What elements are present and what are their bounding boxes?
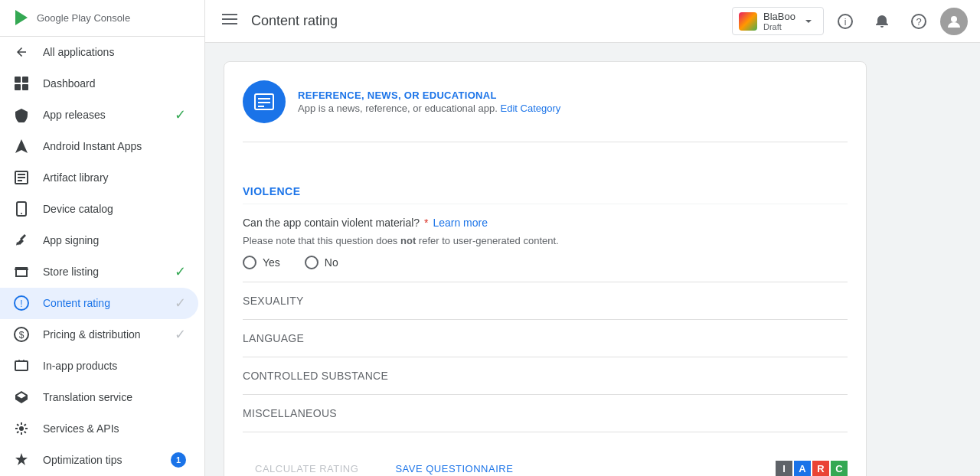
sidebar-item-label: In-app products	[43, 360, 186, 372]
topbar-right: BlaBoo Draft i ?	[732, 6, 968, 37]
sidebar-item-label: App signing	[43, 234, 186, 246]
required-star: *	[421, 217, 431, 229]
iarc-letter-a: A	[794, 461, 811, 477]
main-card: REFERENCE, NEWS, OR EDUCATIONAL App is a…	[224, 61, 867, 476]
info-button[interactable]: i	[830, 6, 861, 37]
svg-rect-20	[222, 23, 237, 24]
learn-more-link[interactable]: Learn more	[433, 217, 488, 229]
sexuality-section[interactable]: SEXUALITY	[243, 282, 848, 320]
violence-header: VIOLENCE	[243, 173, 848, 204]
sidebar-item-label: Services & APIs	[43, 422, 186, 435]
iarc-letter-i: I	[776, 461, 792, 477]
svg-rect-8	[18, 177, 25, 178]
radio-circle-yes	[243, 256, 256, 269]
sidebar-item-artifact-library[interactable]: Artifact library	[0, 162, 198, 194]
help-button[interactable]: ?	[903, 6, 934, 37]
check-icon: ✓	[175, 106, 186, 123]
save-questionnaire-button[interactable]: SAVE QUESTIONNAIRE	[383, 457, 525, 476]
svg-point-25	[951, 16, 957, 22]
violence-question: Can the app contain violent material? * …	[243, 217, 848, 229]
sidebar-item-dashboard[interactable]: Dashboard	[0, 68, 198, 99]
svg-rect-4	[22, 84, 28, 90]
radio-yes[interactable]: Yes	[243, 256, 280, 269]
sidebar-item-all-applications[interactable]: All applications	[0, 37, 198, 68]
sidebar-item-app-signing[interactable]: App signing	[0, 225, 198, 256]
sidebar-item-translation-service[interactable]: Translation service	[0, 382, 198, 413]
miscellaneous-section[interactable]: MISCELLANEOUS	[243, 395, 848, 432]
edit-category-link[interactable]: Edit Category	[501, 103, 561, 114]
artifact-library-icon	[12, 168, 31, 187]
sidebar-item-label: Content rating	[43, 297, 175, 309]
page-title: Content rating	[251, 13, 723, 29]
controlled-substance-title: CONTROLLED SUBSTANCE	[243, 370, 848, 382]
menu-icon[interactable]	[217, 11, 242, 31]
pricing-icon: $	[12, 325, 31, 344]
language-section[interactable]: LANGUAGE	[243, 320, 848, 357]
category-banner: REFERENCE, NEWS, OR EDUCATIONAL App is a…	[243, 80, 848, 142]
category-info: REFERENCE, NEWS, OR EDUCATIONAL App is a…	[298, 90, 560, 114]
sidebar-item-device-catalog[interactable]: Device catalog	[0, 194, 198, 225]
app-signing-icon	[12, 231, 31, 249]
category-icon	[243, 80, 286, 123]
optimization-icon	[12, 451, 31, 469]
app-selector[interactable]: BlaBoo Draft	[732, 7, 824, 35]
svg-text:i: i	[844, 17, 847, 28]
check-icon: ✓	[175, 263, 186, 280]
store-listing-icon	[12, 262, 31, 281]
svg-text:?: ?	[916, 16, 921, 28]
sidebar-item-label: Artifact library	[43, 171, 186, 184]
app-name: BlaBoo	[763, 11, 795, 22]
device-catalog-icon	[12, 200, 31, 218]
app-releases-icon	[12, 106, 31, 124]
sidebar-item-store-listing[interactable]: Store listing ✓	[0, 256, 198, 288]
sidebar-item-content-rating[interactable]: ! Content rating ✓	[0, 288, 198, 319]
svg-rect-7	[18, 174, 25, 175]
iarc-logo: I A R C	[776, 461, 848, 477]
radio-no[interactable]: No	[305, 256, 338, 269]
category-label: REFERENCE, NEWS, OR EDUCATIONAL	[298, 90, 560, 101]
violence-radio-group: Yes No	[243, 256, 848, 269]
sidebar-item-optimization-tips[interactable]: Optimization tips 1	[0, 445, 198, 476]
notifications-button[interactable]	[867, 6, 897, 37]
sidebar-item-pricing-distribution[interactable]: $ Pricing & distribution ✓	[0, 319, 198, 350]
radio-label-yes: Yes	[263, 256, 280, 269]
app-icon	[739, 12, 757, 31]
sidebar-item-label: Dashboard	[43, 77, 186, 90]
dashboard-icon	[12, 74, 31, 93]
translation-icon	[12, 388, 31, 406]
violence-note: Please note that this question does not …	[243, 235, 848, 246]
radio-circle-no	[305, 256, 318, 269]
svg-rect-9	[18, 180, 22, 181]
main-area: Content rating BlaBoo Draft i ?	[205, 0, 980, 476]
calculate-rating-button[interactable]: CALCULATE RATING	[243, 457, 371, 476]
svg-rect-19	[222, 18, 237, 20]
app-status: Draft	[763, 22, 795, 31]
card-footer: CALCULATE RATING SAVE QUESTIONNAIRE I A …	[243, 439, 848, 476]
logo-icon	[12, 8, 31, 27]
iarc-letter-c: C	[831, 461, 848, 477]
sidebar-item-label: Pricing & distribution	[43, 328, 175, 341]
sidebar-item-label: Optimization tips	[43, 454, 171, 466]
controlled-substance-section[interactable]: CONTROLLED SUBSTANCE	[243, 357, 848, 395]
sidebar-item-label: Store listing	[43, 266, 175, 278]
sidebar-item-app-releases[interactable]: App releases ✓	[0, 99, 198, 131]
svg-point-11	[21, 213, 22, 214]
category-desc: App is a news, reference, or educational…	[298, 103, 560, 114]
sidebar-item-android-instant[interactable]: Android Instant Apps	[0, 131, 198, 162]
sidebar-item-label: Android Instant Apps	[43, 140, 186, 152]
topbar: Content rating BlaBoo Draft i ?	[205, 0, 980, 43]
sidebar-item-in-app-products[interactable]: In-app products	[0, 350, 198, 382]
miscellaneous-title: MISCELLANEOUS	[243, 407, 848, 419]
svg-rect-2	[22, 77, 28, 83]
svg-rect-18	[222, 14, 237, 15]
violence-section: VIOLENCE Can the app contain violent mat…	[243, 161, 848, 282]
chevron-down-icon	[802, 15, 815, 28]
in-app-products-icon	[12, 357, 31, 375]
footer-left: CALCULATE RATING SAVE QUESTIONNAIRE	[243, 457, 525, 476]
avatar[interactable]	[940, 8, 968, 35]
svg-point-17	[19, 426, 24, 431]
svg-rect-16	[15, 361, 28, 370]
back-icon	[12, 43, 31, 61]
sidebar-item-services-apis[interactable]: Services & APIs	[0, 413, 198, 445]
radio-label-no: No	[325, 256, 338, 269]
